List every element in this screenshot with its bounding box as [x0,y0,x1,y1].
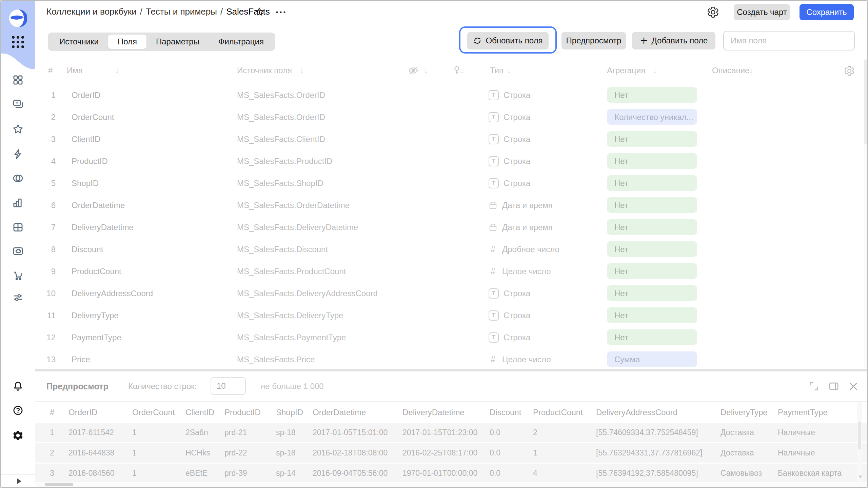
field-source[interactable]: MS_SalesFacts.DeliveryAddressCoord [237,282,378,304]
nav-storage-icon[interactable] [1,245,35,257]
field-type[interactable]: TСтрока [489,106,530,128]
field-row[interactable]: 12PaymentTypeMS_SalesFacts.PaymentTypeTС… [35,326,868,348]
notifications-bell-icon[interactable] [1,381,35,392]
field-type[interactable]: TСтрока [489,282,530,304]
scrollbar-thumb[interactable] [864,60,867,144]
field-row[interactable]: 11DeliveryTypeMS_SalesFacts.DeliveryType… [35,304,868,326]
breadcrumb-item-workbook[interactable]: Тесты и примеры [146,6,217,17]
field-source[interactable]: MS_SalesFacts.DeliveryType [237,304,343,326]
field-row[interactable]: 5ShopIDMS_SalesFacts.ShopIDTСтрокаНет [35,172,868,194]
field-row[interactable]: 9ProductCountMS_SalesFacts.ProductCount#… [35,260,868,282]
field-type[interactable]: TСтрока [489,304,530,326]
field-row[interactable]: 2OrderCountMS_SalesFacts.OrderIDTСтрокаК… [35,106,868,128]
nav-favorites-icon[interactable] [1,123,35,135]
sort-icon[interactable]: ↓ [460,57,464,84]
preview-vertical-scrollbar[interactable] [857,402,862,482]
sort-icon[interactable]: ↓ [653,57,657,84]
datalens-logo[interactable] [9,9,27,27]
field-source[interactable]: MS_SalesFacts.Discount [237,238,328,260]
aggregation-select[interactable]: Нет [607,153,697,169]
split-view-icon[interactable] [828,381,840,392]
aggregation-select[interactable]: Нет [607,219,697,235]
sort-icon[interactable]: ↓ [749,57,753,84]
aggregation-select[interactable]: Сумма [607,351,697,367]
field-source[interactable]: MS_SalesFacts.OrderID [237,106,325,128]
nav-dashboards-icon[interactable] [1,222,35,233]
save-button[interactable]: Сохранить [800,4,854,20]
aggregation-select[interactable]: Нет [607,175,697,191]
col-header-aggregation[interactable]: Агрегация [607,57,645,84]
close-preview-icon[interactable] [848,381,859,392]
field-row[interactable]: 1OrderIDMS_SalesFacts.OrderIDTСтрокаНет [35,84,868,106]
sort-icon[interactable]: ↓ [507,57,511,84]
add-field-button[interactable]: Добавить поле [632,32,715,49]
preview-horizontal-scrollbar[interactable] [35,482,868,487]
aggregation-select[interactable]: Количество уникал... [607,109,697,125]
field-source[interactable]: MS_SalesFacts.ProductCount [237,260,346,282]
aggregation-select[interactable]: Нет [607,131,697,147]
field-row[interactable]: 8DiscountMS_SalesFacts.Discount#Дробное … [35,238,868,260]
field-type[interactable]: TСтрока [489,150,530,172]
tab-sources[interactable]: Источники [50,35,108,49]
aggregation-select[interactable]: Нет [607,87,697,103]
nav-connections-icon[interactable] [1,172,35,184]
field-type[interactable]: TСтрока [489,84,530,106]
nav-marketplace-icon[interactable] [1,270,35,281]
aggregation-select[interactable]: Нет [607,285,697,301]
field-row[interactable]: 13PriceMS_SalesFacts.Price#Целое числоСу… [35,348,868,369]
aggregation-select[interactable]: Нет [607,329,697,345]
row-count-input[interactable] [211,377,246,395]
nav-charts-icon[interactable] [1,197,35,208]
field-name-search-input[interactable] [723,31,855,50]
hidden-column-eye-off-icon[interactable] [408,65,419,76]
field-type[interactable]: #Целое число [489,260,551,282]
field-row[interactable]: 4ProductIDMS_SalesFacts.ProductIDTСтрока… [35,150,868,172]
col-header-source[interactable]: Источник поля [237,57,292,84]
scrollbar-thumb[interactable] [858,422,861,449]
expand-panel-icon[interactable] [15,477,23,485]
tab-parameters[interactable]: Параметры [146,35,209,49]
nav-collections-icon[interactable] [1,99,35,110]
col-header-description[interactable]: Описание [712,57,749,84]
field-source[interactable]: MS_SalesFacts.Price [237,348,315,369]
nav-grid-icon[interactable] [1,74,35,86]
help-icon[interactable] [1,405,35,416]
field-row[interactable]: 7DeliveryDatetimeMS_SalesFacts.DeliveryD… [35,216,868,238]
aggregation-select[interactable]: Нет [607,197,697,213]
dataset-settings-gear-icon[interactable] [707,6,719,18]
field-type[interactable]: TСтрока [489,326,530,348]
expand-preview-icon[interactable] [808,381,820,392]
field-type[interactable]: Дата и время [489,216,553,238]
apps-menu-icon[interactable] [11,35,25,49]
field-type[interactable]: Дата и время [489,194,553,216]
table-settings-gear-icon[interactable] [844,65,855,76]
field-type[interactable]: #Дробное число [489,238,559,260]
tab-fields[interactable]: Поля [108,35,146,49]
scrollbar-thumb[interactable] [45,483,73,486]
field-source[interactable]: MS_SalesFacts.ShopID [237,172,323,194]
field-source[interactable]: MS_SalesFacts.OrderDatetime [237,194,350,216]
field-source[interactable]: MS_SalesFacts.PaymentType [237,326,346,348]
breadcrumb-item-collections[interactable]: Коллекции и воркбуки [46,6,137,17]
user-settings-gear-icon[interactable] [1,430,35,441]
field-source[interactable]: MS_SalesFacts.DeliveryDatetime [237,216,358,238]
nav-settings-sliders-icon[interactable] [1,292,35,303]
preview-resize-handle[interactable] [35,369,868,371]
field-row[interactable]: 10DeliveryAddressCoordMS_SalesFacts.Deli… [35,282,868,304]
field-row[interactable]: 6OrderDatetimeMS_SalesFacts.OrderDatetim… [35,194,868,216]
field-row[interactable]: 3ClientIDMS_SalesFacts.ClientIDTСтрокаНе… [35,128,868,150]
aggregation-select[interactable]: Нет [607,263,697,279]
sort-icon[interactable]: ↓ [115,57,119,84]
field-type[interactable]: TСтрока [489,128,530,150]
col-header-type[interactable]: Тип [490,57,504,84]
field-source[interactable]: MS_SalesFacts.ProductID [237,150,332,172]
more-actions-icon[interactable] [274,7,288,18]
tab-filtering[interactable]: Фильтрация [209,35,273,49]
refresh-fields-button[interactable]: Обновить поля [467,32,549,49]
scrollbar-down-arrow[interactable]: ▼ [858,474,863,480]
aggregation-select[interactable]: Нет [607,241,697,257]
col-header-name[interactable]: Имя [67,57,83,84]
sort-icon[interactable]: ↓ [300,57,304,84]
fields-vertical-scrollbar[interactable] [864,58,868,367]
favorite-star-icon[interactable] [254,6,265,17]
